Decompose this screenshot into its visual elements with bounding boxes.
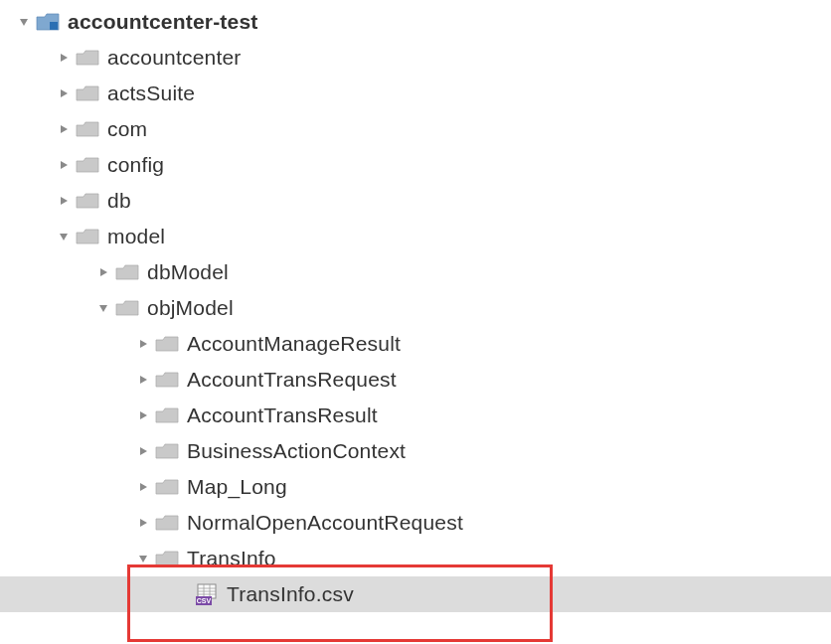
chevron-right-icon[interactable]	[137, 409, 149, 421]
tree-label: accountcenter	[107, 46, 242, 70]
chevron-down-icon[interactable]	[58, 231, 70, 242]
tree-row-model[interactable]: model	[0, 219, 831, 254]
tree-row-dbmodel[interactable]: dbModel	[0, 254, 831, 290]
tree-label: BusinessActionContext	[187, 439, 406, 463]
folder-icon	[155, 477, 179, 497]
tree-row-accountcenter[interactable]: accountcenter	[0, 40, 831, 76]
tree-row-config[interactable]: config	[0, 147, 831, 183]
chevron-right-icon[interactable]	[137, 517, 149, 529]
tree-label-root: accountcenter-test	[68, 10, 257, 34]
tree-label: model	[107, 225, 165, 248]
folder-icon	[76, 227, 99, 246]
csv-file-icon: CSV	[195, 584, 219, 604]
tree-label: AccountManageResult	[187, 332, 401, 356]
tree-label: AccountTransResult	[187, 403, 378, 427]
tree-label: db	[107, 189, 131, 213]
folder-icon	[155, 334, 179, 354]
tree-row-accounttransresult[interactable]: AccountTransResult	[0, 398, 831, 433]
chevron-down-icon[interactable]	[18, 16, 30, 28]
chevron-down-icon[interactable]	[97, 302, 109, 314]
file-tree: accountcenter-test accountcenter actsSui…	[0, 0, 831, 616]
tree-label: TransInfo	[187, 547, 276, 570]
chevron-right-icon[interactable]	[137, 481, 149, 493]
chevron-right-icon[interactable]	[97, 266, 109, 278]
tree-row-objmodel[interactable]: objModel	[0, 290, 831, 326]
svg-text:CSV: CSV	[197, 597, 212, 604]
tree-label: config	[107, 153, 164, 177]
tree-row-transinfo-csv[interactable]: CSV TransInfo.csv	[0, 576, 831, 612]
tree-label: dbModel	[147, 260, 229, 284]
chevron-right-icon[interactable]	[58, 52, 70, 64]
tree-row-actssuite[interactable]: actsSuite	[0, 76, 831, 111]
tree-row-com[interactable]: com	[0, 111, 831, 147]
folder-icon	[155, 370, 179, 390]
folder-icon	[76, 191, 99, 211]
chevron-right-icon[interactable]	[58, 195, 70, 207]
chevron-right-icon[interactable]	[58, 123, 70, 135]
tree-row-maplong[interactable]: Map_Long	[0, 469, 831, 505]
tree-row-transinfo[interactable]: TransInfo	[0, 541, 831, 576]
folder-icon	[155, 405, 179, 425]
folder-icon	[155, 549, 179, 568]
folder-icon	[76, 155, 99, 175]
tree-label: actsSuite	[107, 81, 195, 105]
folder-icon	[115, 298, 139, 318]
folder-icon	[76, 48, 99, 68]
tree-row-businessactioncontext[interactable]: BusinessActionContext	[0, 433, 831, 469]
folder-icon	[155, 441, 179, 461]
chevron-right-icon[interactable]	[58, 159, 70, 171]
chevron-right-icon[interactable]	[58, 87, 70, 99]
tree-row-normalopenaccountrequest[interactable]: NormalOpenAccountRequest	[0, 505, 831, 541]
folder-icon	[115, 262, 139, 282]
chevron-right-icon[interactable]	[137, 374, 149, 386]
tree-label: AccountTransRequest	[187, 368, 397, 392]
tree-row-accountmanageresult[interactable]: AccountManageResult	[0, 326, 831, 362]
svg-rect-0	[50, 22, 58, 30]
chevron-right-icon[interactable]	[137, 445, 149, 457]
folder-icon	[76, 119, 99, 139]
tree-label: objModel	[147, 296, 234, 320]
tree-label: TransInfo.csv	[227, 582, 354, 606]
chevron-down-icon[interactable]	[137, 553, 149, 564]
chevron-right-icon[interactable]	[137, 338, 149, 350]
tree-row-accounttransrequest[interactable]: AccountTransRequest	[0, 362, 831, 398]
module-folder-icon	[36, 12, 60, 32]
tree-label: com	[107, 117, 147, 141]
tree-row-root[interactable]: accountcenter-test	[0, 4, 831, 40]
tree-label: Map_Long	[187, 475, 287, 499]
tree-row-db[interactable]: db	[0, 183, 831, 219]
tree-label: NormalOpenAccountRequest	[187, 511, 463, 535]
folder-icon	[76, 83, 99, 103]
folder-icon	[155, 513, 179, 533]
